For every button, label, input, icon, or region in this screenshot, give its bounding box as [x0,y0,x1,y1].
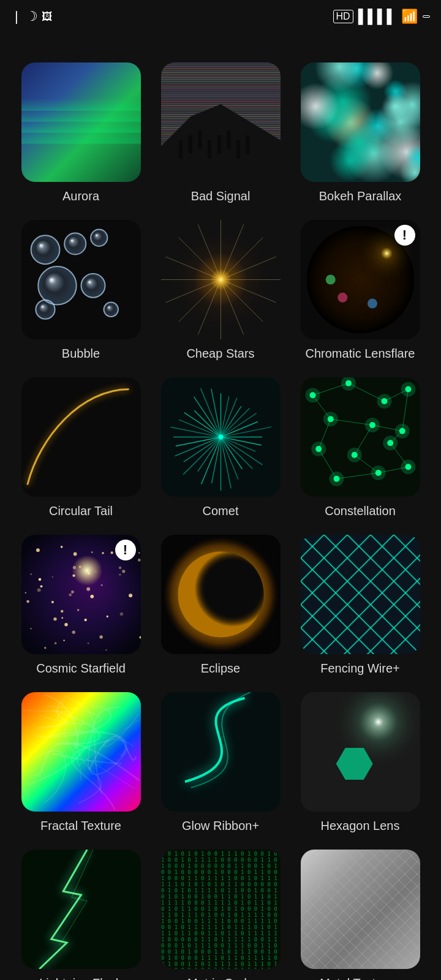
thumb-comet [161,377,281,497]
thumb-hexagon-lens [301,692,420,812]
label-glow-ribbon: Glow Ribbon+ [182,818,259,834]
network-speed: | [15,9,18,24]
thumb-fencing-wire [301,535,420,654]
label-matrix-code: Matrix Code [187,975,254,980]
thumb-aurora [21,62,141,182]
grid-item-chromatic-lensflare[interactable]: !Chromatic Lensflare [290,214,430,371]
grid-item-bad-signal[interactable]: Bad Signal [151,56,290,214]
label-cosmic-starfield: Cosmic Starfield [36,660,126,676]
battery-icon [423,15,430,18]
thumb-constellation [301,377,420,497]
thumb-matrix-code [161,850,281,969]
page-header [0,33,441,50]
canvas-cheap-stars [161,220,281,339]
hd-label: HD [333,10,353,23]
canvas-bad-signal [161,62,281,182]
signal-icon: ▌▌▌▌ [358,9,396,24]
thumb-eclipse [161,535,281,654]
canvas-fencing-wire [301,535,420,654]
grid-item-bokeh-parallax[interactable]: Bokeh Parallax [290,56,430,214]
grid-item-glow-ribbon[interactable]: Glow Ribbon+ [151,686,290,843]
thumb-metal-texture [301,850,420,969]
grid-item-metal-texture[interactable]: Metal Texture+ [290,843,430,980]
label-lightning-flash: Lightning Flash [39,975,123,980]
label-hexagon-lens: Hexagon Lens [321,818,400,834]
canvas-hexagon-lens [301,692,420,812]
label-fractal-texture: Fractal Texture [40,818,121,834]
canvas-glow-ribbon [161,692,281,812]
label-circular-tail: Circular Tail [49,503,113,519]
canvas-aurora [21,62,141,182]
label-comet: Comet [203,503,239,519]
label-chromatic-lensflare: Chromatic Lensflare [306,345,415,361]
thumb-lightning-flash [21,850,141,969]
label-bad-signal: Bad Signal [191,188,251,204]
status-right: HD ▌▌▌▌ 📶 [333,9,430,24]
grid-item-eclipse[interactable]: Eclipse [151,529,290,686]
status-left: | ☽ 🖼 [11,9,53,24]
canvas-constellation [301,377,420,497]
label-constellation: Constellation [325,503,396,519]
thumb-circular-tail [21,377,141,497]
label-metal-texture: Metal Texture+ [320,975,400,980]
thumb-cosmic-starfield: ! [21,535,141,654]
canvas-comet [161,377,281,497]
thumb-glow-ribbon [161,692,281,812]
effects-grid: AuroraBad SignalBokeh ParallaxBubbleChea… [0,50,441,980]
grid-item-constellation[interactable]: Constellation [290,371,430,529]
grid-item-fractal-texture[interactable]: Fractal Texture [11,686,151,843]
thumb-bad-signal [161,62,281,182]
nfc-icon: 🖼 [42,10,53,23]
grid-item-matrix-code[interactable]: Matrix Code [151,843,290,980]
wifi-icon: 📶 [401,9,418,24]
grid-item-fencing-wire[interactable]: Fencing Wire+ [290,529,430,686]
label-cheap-stars: Cheap Stars [186,345,254,361]
grid-item-cosmic-starfield[interactable]: !Cosmic Starfield [11,529,151,686]
canvas-bubble [21,220,141,339]
grid-item-cheap-stars[interactable]: Cheap Stars [151,214,290,371]
label-eclipse: Eclipse [201,660,240,676]
canvas-bokeh-parallax [301,62,420,182]
label-bubble: Bubble [62,345,100,361]
thumb-bokeh-parallax [301,62,420,182]
grid-item-hexagon-lens[interactable]: Hexagon Lens [290,686,430,843]
grid-item-bubble[interactable]: Bubble [11,214,151,371]
moon-icon: ☽ [26,9,38,24]
grid-item-lightning-flash[interactable]: Lightning Flash [11,843,151,980]
canvas-fractal-texture [21,692,141,812]
label-bokeh-parallax: Bokeh Parallax [319,188,402,204]
canvas-metal-texture [301,850,420,969]
thumb-chromatic-lensflare: ! [301,220,420,339]
badge-chromatic-lensflare: ! [394,225,415,246]
thumb-bubble [21,220,141,339]
canvas-circular-tail [21,377,141,497]
canvas-matrix-code [161,850,281,969]
canvas-lightning-flash [21,850,141,969]
canvas-eclipse [161,535,281,654]
thumb-fractal-texture [21,692,141,812]
badge-cosmic-starfield: ! [115,540,136,560]
grid-item-comet[interactable]: Comet [151,371,290,529]
grid-item-aurora[interactable]: Aurora [11,56,151,214]
status-bar: | ☽ 🖼 HD ▌▌▌▌ 📶 [0,0,441,33]
grid-item-circular-tail[interactable]: Circular Tail [11,371,151,529]
label-aurora: Aurora [62,188,99,204]
label-fencing-wire: Fencing Wire+ [320,660,400,676]
thumb-cheap-stars [161,220,281,339]
